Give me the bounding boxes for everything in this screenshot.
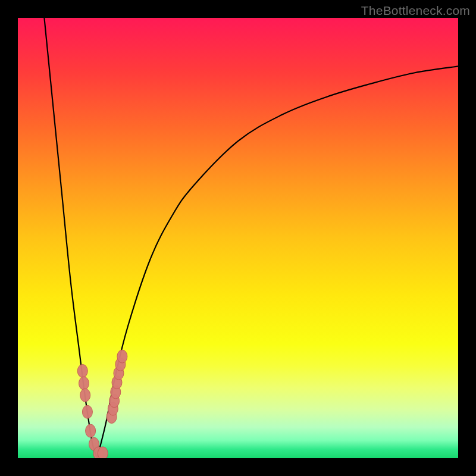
data-dot bbox=[86, 424, 96, 437]
data-dot bbox=[77, 364, 87, 377]
data-dot bbox=[117, 350, 127, 363]
data-dot bbox=[80, 389, 90, 402]
curve-layer bbox=[18, 18, 458, 458]
data-dot bbox=[79, 377, 89, 390]
curve-right-branch bbox=[97, 66, 458, 458]
plot-area bbox=[18, 18, 458, 458]
bottleneck-curve bbox=[44, 18, 458, 458]
chart-frame: TheBottleneck.com bbox=[0, 0, 476, 476]
data-dot bbox=[82, 405, 92, 418]
watermark-text: TheBottleneck.com bbox=[361, 4, 470, 18]
data-dots bbox=[77, 350, 127, 458]
data-dot bbox=[98, 447, 108, 458]
